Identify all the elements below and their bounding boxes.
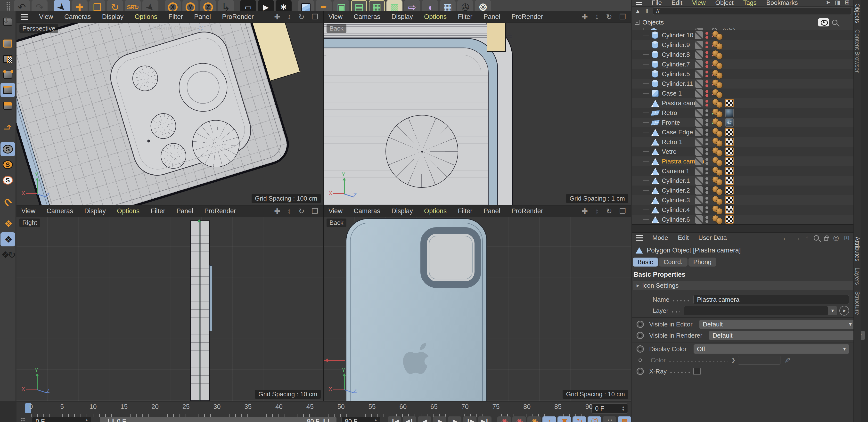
object-row-cylinder-4[interactable]: Cylinder.4 (632, 205, 854, 215)
visibility-dots-icon[interactable] (706, 148, 708, 155)
solo-off-icon[interactable]: S (0, 142, 15, 156)
material-tag-icon[interactable] (712, 60, 724, 69)
object-row-cylinder-1[interactable]: Cylinder.1 (632, 176, 854, 186)
viewport-menu-item[interactable]: ProRender (222, 13, 254, 21)
viewport-menu-item[interactable]: View (39, 13, 53, 21)
history-back-icon[interactable]: ← (782, 234, 789, 242)
material-tag-icon[interactable] (712, 137, 724, 146)
visibility-dots-icon[interactable] (706, 129, 708, 136)
layer-dropdown[interactable] (684, 306, 828, 315)
pick-object-icon[interactable]: ➤ (839, 306, 849, 316)
viewport-menu-item[interactable]: Options (135, 13, 157, 21)
material-tag-icon[interactable] (712, 118, 724, 127)
material-tag-icon[interactable] (712, 50, 724, 59)
pan-view-icon[interactable]: ✚ (274, 12, 280, 21)
viewport-menu-item[interactable]: Cameras (354, 13, 380, 21)
layer-toggle-icon[interactable] (695, 70, 703, 78)
viewport-menu-item[interactable]: ProRender (512, 207, 543, 215)
layer-toggle-icon[interactable] (695, 109, 703, 117)
object-name[interactable]: Cylinder.10 (662, 30, 693, 40)
new-panel-icon[interactable]: ⊞ (844, 234, 849, 242)
history-forward-icon[interactable]: → (794, 234, 801, 242)
xray-checkbox[interactable] (693, 368, 701, 375)
object-name[interactable]: Fronte (662, 118, 680, 127)
viewport-canvas-back-top[interactable]: Back Y X Z Grid Spacing : 1 cm (323, 23, 631, 205)
workplane-icon[interactable]: ❖ (0, 217, 15, 231)
toolbar-gap[interactable] (0, 210, 15, 215)
start-frame-field[interactable]: 0 F ▴▾ (32, 417, 91, 422)
axis-mode-icon[interactable]: ↳ (0, 120, 15, 134)
next-frame-button[interactable]: ▶ (448, 416, 461, 422)
panel-splitter[interactable] (632, 224, 854, 233)
texture-tag-icon[interactable] (725, 167, 734, 175)
objects-tree-header[interactable]: Objects (632, 17, 854, 28)
eyedropper-icon[interactable]: ✎ (783, 357, 792, 363)
object-manager-menu-item[interactable]: Object (715, 0, 734, 6)
viewport-menu-item[interactable]: Filter (168, 13, 183, 21)
object-row-retro-1[interactable]: Retro 1 (632, 137, 854, 147)
range-handle-icon[interactable]: ❙❙ (321, 418, 331, 422)
material-tag-icon[interactable] (712, 31, 724, 39)
render-view-icon[interactable]: ▭ (240, 0, 256, 11)
visible-renderer-dropdown[interactable]: Default▾ (709, 331, 865, 340)
rotate-view-icon[interactable]: ↻ (299, 12, 305, 21)
viewport-menu-item[interactable]: Display (102, 13, 124, 21)
coord-sr-icon[interactable]: SR↻ (125, 0, 141, 11)
viewport-menu-item[interactable]: Panel (176, 207, 193, 215)
object-manager-menu-item[interactable]: File (652, 0, 662, 6)
snap-icon[interactable]: U (0, 195, 15, 209)
spinner-arrows-icon[interactable]: ▴▾ (622, 405, 624, 411)
expand-arrow-icon[interactable]: ❯ (731, 357, 736, 363)
make-editable-icon[interactable]: ⇩ (0, 14, 15, 29)
add-camera-icon[interactable]: ✇ (457, 0, 473, 11)
attributes-menu-icon[interactable] (636, 235, 643, 240)
side-tab[interactable]: Structure (854, 291, 861, 315)
zoom-view-icon[interactable]: ↕ (595, 207, 599, 215)
visibility-dots-icon[interactable] (706, 71, 708, 77)
object-row-partial[interactable]: (0/1) (632, 27, 854, 30)
texture-tag-icon[interactable] (725, 215, 734, 224)
object-name[interactable]: Cylinder.5 (662, 69, 690, 79)
toolbar-separator[interactable] (49, 0, 52, 11)
zoom-view-icon[interactable]: ↕ (287, 12, 291, 21)
visibility-dots-icon[interactable] (706, 187, 708, 194)
visibility-dots-icon[interactable] (706, 206, 708, 213)
side-tab[interactable]: Attributes (854, 237, 861, 261)
object-row-piastra-camera-1[interactable]: Piastra camera.1 (632, 98, 854, 108)
viewport-menu-item[interactable]: ProRender (512, 13, 543, 21)
material-tag-icon[interactable] (712, 176, 724, 185)
object-name[interactable]: Cylinder.4 (662, 205, 690, 215)
pan-view-icon[interactable]: ✚ (582, 207, 588, 215)
object-name[interactable]: Cylinder.11 (662, 79, 693, 89)
layer-toggle-icon[interactable] (695, 60, 703, 68)
visibility-dots-icon[interactable] (706, 41, 708, 48)
search-icon[interactable] (832, 20, 837, 25)
goto-end-button[interactable]: ▶❙ (478, 416, 492, 422)
object-row-cylinder-11[interactable]: Cylinder.11 (632, 79, 854, 89)
rotate-view-icon[interactable]: ↻ (606, 12, 612, 21)
object-name[interactable]: Cylinder.9 (662, 40, 690, 50)
object-name[interactable]: Cylinder.6 (662, 215, 690, 224)
target-icon[interactable]: ◎ (833, 234, 839, 242)
object-name[interactable]: Camera 1 (662, 166, 689, 176)
visibility-dots-icon[interactable] (706, 158, 708, 165)
visibility-dots-icon[interactable] (706, 119, 708, 126)
name-input[interactable] (693, 295, 849, 304)
timeline-drag-handle[interactable] (21, 418, 25, 422)
viewport-menu-item[interactable]: Filter (151, 207, 165, 215)
viewport-menu-item[interactable]: Panel (484, 13, 500, 21)
object-row-camera-1[interactable]: Camera 1 (632, 166, 854, 176)
texture-tag-icon[interactable] (725, 109, 734, 117)
layer-toggle-icon[interactable] (695, 186, 703, 195)
toolbar-gap[interactable] (0, 114, 15, 119)
animation-radio-icon[interactable] (637, 332, 644, 339)
visible-editor-dropdown[interactable]: Default▾ (700, 320, 855, 329)
material-tag-icon[interactable] (712, 167, 724, 175)
object-row-fronte[interactable]: Fronte 6.7 (632, 118, 854, 127)
zoom-view-icon[interactable]: ↕ (287, 207, 291, 215)
render-settings-icon[interactable]: ✱ (276, 0, 291, 11)
next-key-button[interactable]: ❙▶ (463, 416, 476, 422)
solo-single-icon[interactable]: S (0, 158, 15, 172)
material-tag-icon[interactable] (712, 89, 724, 98)
add-cube-icon[interactable] (298, 0, 314, 11)
